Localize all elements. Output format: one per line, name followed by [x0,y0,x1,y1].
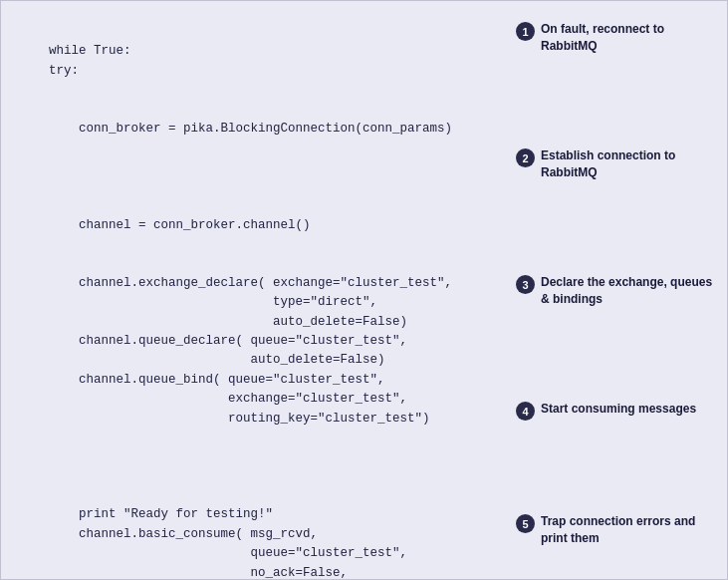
code-line-13: auto_delete=False) [19,353,385,367]
code-line-12: channel.queue_declare( queue="cluster_te… [19,334,407,348]
annotation-text-1: On fault, reconnect to RabbitMQ [541,21,715,55]
annotation-2: 2 Establish connection to RabbitMQ [516,147,715,181]
code-line-4: conn_broker = pika.BlockingConnection(co… [19,122,452,136]
annotation-badge-2: 2 [516,148,535,167]
annotation-1: 1 On fault, reconnect to RabbitMQ [516,21,715,55]
annotations-panel: 1 On fault, reconnect to RabbitMQ 2 Esta… [516,19,715,561]
code-line-15: exchange="cluster_test", [19,392,407,406]
code-line-20: channel.basic_consume( msg_rcvd, [19,527,318,541]
annotation-badge-5: 5 [516,514,535,533]
annotation-badge-3: 3 [516,275,535,294]
annotation-3: 3 Declare the exchange, queues & binding… [516,274,715,308]
code-line-10: type="direct", [19,295,377,309]
code-line-22: no_ack=False, [19,566,348,580]
code-line-9: channel.exchange_declare( exchange="clus… [19,276,452,290]
code-line-1: while True: [49,44,131,58]
annotation-badge-1: 1 [516,22,535,41]
code-line-14: channel.queue_bind( queue="cluster_test"… [19,373,385,387]
code-line-16: routing_key="cluster_test") [19,412,430,426]
annotation-text-5: Trap connection errors and print them [541,513,715,547]
annotation-text-3: Declare the exchange, queues & bindings [541,274,715,308]
code-line-19: print "Ready for testing!" [19,507,273,521]
annotation-badge-4: 4 [516,402,535,421]
annotation-text-4: Start consuming messages [541,401,696,418]
code-line-11: auto_delete=False) [19,315,407,329]
main-container: while True: try: conn_broker = pika.Bloc… [0,0,728,580]
annotation-4: 4 Start consuming messages [516,401,715,421]
code-line-21: queue="cluster_test", [19,546,407,560]
code-panel: while True: try: conn_broker = pika.Bloc… [19,19,516,561]
annotation-text-2: Establish connection to RabbitMQ [541,147,715,181]
code-line-2: try: [19,64,79,78]
code-line-7: channel = conn_broker.channel() [19,218,311,232]
annotation-5: 5 Trap connection errors and print them [516,513,715,547]
